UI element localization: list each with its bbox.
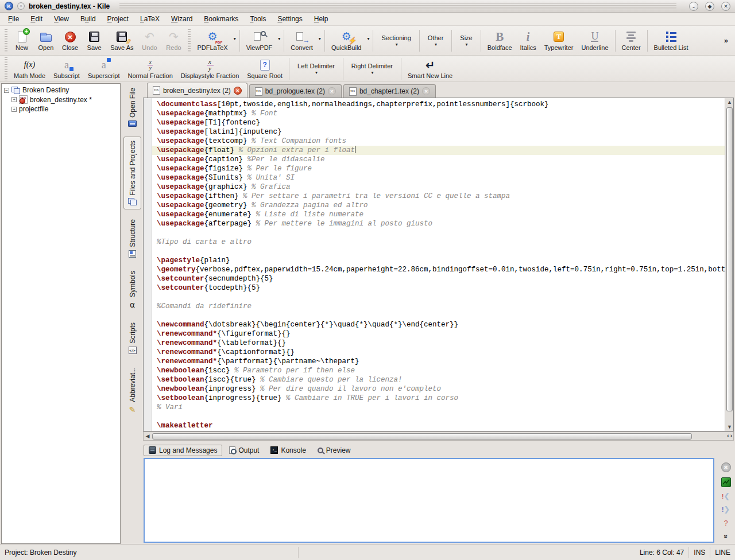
toolbar-handle[interactable] — [5, 57, 7, 80]
scroll-right-icon[interactable]: › — [730, 432, 732, 440]
stop-process-icon[interactable]: ✕ — [721, 462, 731, 472]
sidebar-tab-symbols[interactable]: Symbols α — [123, 267, 141, 313]
code-line[interactable]: \makeatletter — [152, 421, 725, 430]
collapse-icon[interactable]: − — [4, 88, 9, 93]
code-line[interactable]: \renewcommand*{\tableformat}{} — [152, 339, 725, 348]
open-button[interactable]: Open — [34, 29, 58, 52]
sidebar-tab-structure[interactable]: Structure — [123, 216, 141, 261]
text-editor[interactable]: \documentclass[10pt,twoside,english,norm… — [143, 98, 734, 431]
maximize-button[interactable]: ◆ — [705, 2, 714, 11]
toolbar-handle[interactable] — [5, 29, 7, 52]
tab-close-icon[interactable]: ✕ — [234, 87, 242, 95]
code-line[interactable] — [152, 247, 725, 256]
horizontal-scroll-thumb[interactable] — [152, 433, 692, 440]
menu-bookmarks[interactable]: Bookmarks — [198, 13, 244, 25]
boldface-button[interactable]: B Boldface — [483, 29, 516, 52]
menu-latex[interactable]: LaTeX — [134, 13, 165, 25]
editor-tab-broken-destiny[interactable]: broken_destiny.tex (2) ✕ — [147, 83, 247, 98]
bulleted-list-button[interactable]: Bulleted List — [650, 29, 693, 52]
italics-button[interactable]: i Italics — [516, 29, 540, 52]
menu-project[interactable]: Project — [102, 13, 134, 25]
code-line[interactable] — [152, 293, 725, 302]
vertical-scroll-thumb[interactable] — [726, 107, 733, 411]
sidebar-tab-scripts[interactable]: Scripts </> — [123, 319, 141, 357]
right-delimiter-button[interactable]: Right Delimiter▾ — [346, 58, 399, 80]
tab-konsole[interactable]: ›_ Konsole — [266, 445, 310, 456]
window-menu-icon[interactable]: ○ — [17, 2, 25, 10]
tab-output[interactable]: Output — [225, 445, 264, 456]
next-error-icon[interactable]: !❯ — [722, 505, 730, 514]
smart-new-line-button[interactable]: ↵ Smart New Line — [404, 57, 457, 80]
log-messages-view[interactable] — [144, 458, 714, 543]
code-line[interactable]: \renewcommand*{\captionformat}{} — [152, 348, 725, 357]
expand-icon[interactable]: + — [11, 107, 17, 112]
code-line[interactable]: \usepackage{figsize} % Per le figure — [152, 164, 725, 173]
code-area[interactable]: \documentclass[10pt,twoside,english,norm… — [152, 100, 725, 430]
sidebar-tab-files-and-projects[interactable]: Files and Projects — [123, 137, 141, 209]
code-line[interactable]: %Comandi da ridefinire — [152, 302, 725, 311]
horizontal-scrollbar[interactable]: ◀ ‹› — [143, 431, 734, 441]
tab-preview[interactable]: Preview — [313, 445, 355, 456]
menu-wizard[interactable]: Wizard — [165, 13, 198, 25]
redo-button[interactable]: ↷ Redo — [161, 29, 185, 52]
menu-edit[interactable]: Edit — [25, 13, 48, 25]
code-line[interactable]: \newboolean{iscc} % Parametro per if the… — [152, 366, 725, 375]
code-line[interactable] — [152, 412, 725, 421]
editor-tab-bd-chapter1[interactable]: bd_chapter1.tex (2) ✕ — [343, 84, 436, 98]
menu-build[interactable]: Build — [75, 13, 102, 25]
center-button[interactable]: Center — [618, 29, 645, 52]
code-line[interactable]: \usepackage{graphicx} % Grafica — [152, 182, 725, 192]
toolbar-handle[interactable] — [188, 29, 191, 52]
tab-close-icon[interactable]: ✕ — [328, 87, 336, 95]
code-line[interactable]: \usepackage{textcomp} % Text Companion f… — [152, 137, 725, 146]
expand-icon[interactable]: + — [11, 97, 17, 102]
warnings-icon[interactable]: ? — [724, 519, 728, 527]
close-button[interactable]: ✕ Close — [58, 29, 82, 52]
code-line[interactable]: \setboolean{iscc}{true} % Cambiare quest… — [152, 375, 725, 384]
code-line[interactable]: \newcommand{\dotsbreak}{\begin{center}{*… — [152, 320, 725, 329]
code-line[interactable]: %Tipo di carta e altro — [152, 238, 725, 247]
code-line[interactable]: \usepackage{ifthen} % Per settare i para… — [152, 192, 725, 201]
code-line[interactable]: \pagestyle{plain} — [152, 256, 725, 265]
sectioning-button[interactable]: Sectioning▾ — [376, 30, 416, 52]
new-button[interactable]: + New — [10, 29, 34, 52]
code-line[interactable]: \usepackage{caption} %Per le didascalie — [152, 155, 725, 164]
scroll-down-icon[interactable]: ▼ — [725, 423, 734, 431]
code-line[interactable]: \usepackage{enumerate} % Liste di liste … — [152, 210, 725, 219]
superscript-button[interactable]: a Superscript — [84, 57, 124, 80]
square-root-button[interactable]: ? Square Root — [243, 57, 287, 80]
code-line[interactable]: \usepackage{SIunits} % Unita' SI — [152, 173, 725, 182]
code-line[interactable]: \usepackage[latin1]{inputenc} — [152, 127, 725, 137]
save-as-button[interactable]: ✎ Save As — [106, 29, 137, 52]
displaystyle-fraction-button[interactable]: xy Displaystyle Fraction — [177, 57, 243, 80]
viewpdf-button[interactable]: ViewPDF▾ — [242, 29, 282, 52]
previous-error-icon[interactable]: !❮ — [722, 492, 730, 500]
vertical-scrollbar[interactable]: ▲ ▼ — [725, 98, 733, 431]
tab-close-icon[interactable]: ✕ — [422, 87, 430, 95]
code-line[interactable]: \usepackage{geometry} % Grandezza pagina… — [152, 201, 725, 210]
code-line[interactable]: \newboolean{inprogress} % Per dire quand… — [152, 384, 725, 394]
code-line[interactable]: \renewcommand*{\partformat}{\partname~\t… — [152, 357, 725, 366]
sidebar-tab-abbreviation[interactable]: Abbreviat... ✎ — [123, 364, 141, 418]
code-line[interactable]: \setcounter{secnumdepth}{5} — [152, 274, 725, 283]
convert-button[interactable]: → Convert▾ — [287, 29, 322, 52]
tree-item-projectfile[interactable]: + projectfile — [10, 104, 119, 114]
menu-view[interactable]: View — [48, 13, 75, 25]
editor-tab-bd-prologue[interactable]: bd_prologue.tex (2) ✕ — [249, 84, 342, 98]
pdflatex-button[interactable]: ⚙PDF PDFLaTeX▾ — [193, 29, 237, 52]
scroll-up-icon[interactable]: ▲ — [725, 98, 734, 106]
menu-tools[interactable]: Tools — [244, 13, 272, 25]
code-line[interactable]: \setcounter{tocdepth}{5} — [152, 283, 725, 293]
code-line[interactable]: \renewcommand*{\figureformat}{} — [152, 329, 725, 339]
code-line[interactable]: \usepackage{afterpage} % Per mettere le … — [152, 219, 725, 228]
kile-app-icon[interactable]: K — [5, 2, 13, 10]
undo-button[interactable]: ↶ Undo — [137, 29, 161, 52]
normal-fraction-button[interactable]: xy Normal Fraction — [124, 57, 177, 80]
shade-button[interactable]: ⌄ — [689, 2, 698, 11]
math-mode-button[interactable]: f(x) Math Mode — [10, 57, 49, 80]
menu-settings[interactable]: Settings — [272, 13, 308, 25]
left-delimiter-button[interactable]: Left Delimiter▾ — [292, 58, 341, 80]
menu-file[interactable]: File — [2, 13, 25, 25]
tree-root-broken-destiny[interactable]: − Broken Destiny — [3, 85, 119, 95]
underline-button[interactable]: U Underline — [577, 29, 612, 52]
